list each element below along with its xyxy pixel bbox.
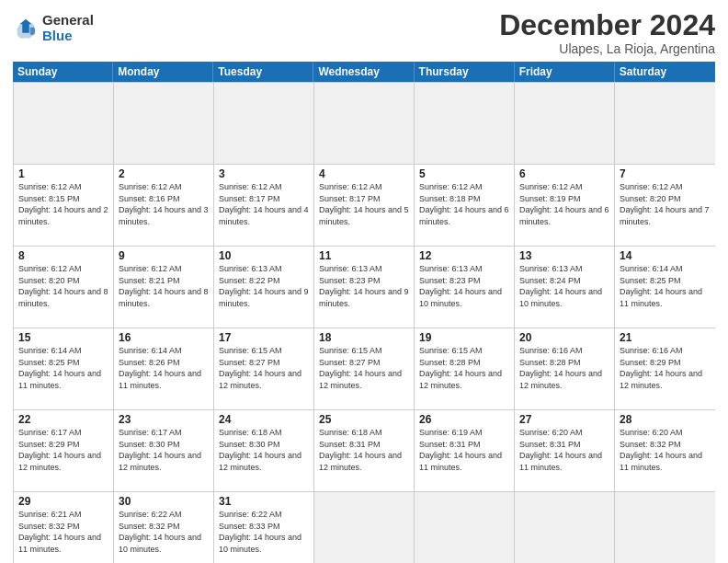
cell-info: Sunrise: 6:17 AMSunset: 8:30 PMDaylight:… [119, 427, 209, 473]
cell-info: Sunrise: 6:16 AMSunset: 8:29 PMDaylight:… [620, 345, 711, 391]
day-number: 22 [18, 413, 108, 426]
day-number: 17 [219, 331, 309, 344]
logo-text: General Blue [42, 13, 94, 43]
title-block: December 2024 Ulapes, La Rioja, Argentin… [499, 9, 715, 56]
cell-info: Sunrise: 6:22 AMSunset: 8:33 PMDaylight:… [219, 509, 309, 555]
cell-info: Sunrise: 6:13 AMSunset: 8:24 PMDaylight:… [519, 263, 609, 309]
cell-info: Sunrise: 6:14 AMSunset: 8:26 PMDaylight:… [119, 345, 209, 391]
cell-info: Sunrise: 6:12 AMSunset: 8:18 PMDaylight:… [419, 181, 509, 227]
logo-general-text: General [42, 13, 94, 29]
day-number: 28 [620, 413, 711, 426]
cell-info: Sunrise: 6:17 AMSunset: 8:29 PMDaylight:… [18, 427, 108, 473]
header-saturday: Saturday [615, 62, 715, 82]
day-number: 20 [519, 331, 609, 344]
cell-info: Sunrise: 6:15 AMSunset: 8:28 PMDaylight:… [419, 345, 509, 391]
location-subtitle: Ulapes, La Rioja, Argentina [499, 41, 715, 56]
calendar-cell [314, 83, 415, 164]
header-friday: Friday [515, 62, 615, 82]
calendar-cell: 4Sunrise: 6:12 AMSunset: 8:17 PMDaylight… [314, 165, 415, 246]
header: General Blue December 2024 Ulapes, La Ri… [13, 9, 715, 56]
calendar-cell: 31Sunrise: 6:22 AMSunset: 8:33 PMDayligh… [214, 492, 314, 563]
calendar-cell: 20Sunrise: 6:16 AMSunset: 8:28 PMDayligh… [515, 328, 615, 409]
calendar-week-2: 1Sunrise: 6:12 AMSunset: 8:15 PMDaylight… [14, 165, 715, 247]
day-number: 26 [419, 413, 509, 426]
calendar-cell [515, 83, 615, 164]
calendar-cell: 16Sunrise: 6:14 AMSunset: 8:26 PMDayligh… [114, 328, 214, 409]
calendar-cell: 23Sunrise: 6:17 AMSunset: 8:30 PMDayligh… [114, 410, 214, 491]
calendar-cell [114, 83, 214, 164]
day-number: 21 [620, 331, 711, 344]
day-number: 14 [620, 249, 711, 262]
cell-info: Sunrise: 6:20 AMSunset: 8:32 PMDaylight:… [620, 427, 711, 473]
cell-info: Sunrise: 6:20 AMSunset: 8:31 PMDaylight:… [519, 427, 609, 473]
header-wednesday: Wednesday [313, 62, 414, 82]
cell-info: Sunrise: 6:22 AMSunset: 8:32 PMDaylight:… [119, 509, 209, 555]
calendar-cell: 15Sunrise: 6:14 AMSunset: 8:25 PMDayligh… [14, 328, 114, 409]
day-number: 29 [18, 495, 108, 508]
header-tuesday: Tuesday [213, 62, 313, 82]
calendar-week-5: 22Sunrise: 6:17 AMSunset: 8:29 PMDayligh… [14, 410, 715, 492]
calendar-cell: 26Sunrise: 6:19 AMSunset: 8:31 PMDayligh… [415, 410, 515, 491]
calendar-cell: 5Sunrise: 6:12 AMSunset: 8:18 PMDaylight… [415, 165, 515, 246]
calendar-cell: 28Sunrise: 6:20 AMSunset: 8:32 PMDayligh… [615, 410, 715, 491]
calendar-cell: 21Sunrise: 6:16 AMSunset: 8:29 PMDayligh… [615, 328, 715, 409]
day-number: 24 [219, 413, 309, 426]
calendar: Sunday Monday Tuesday Wednesday Thursday… [13, 62, 715, 563]
calendar-cell [214, 83, 314, 164]
calendar-cell: 25Sunrise: 6:18 AMSunset: 8:31 PMDayligh… [314, 410, 415, 491]
calendar-cell: 9Sunrise: 6:12 AMSunset: 8:21 PMDaylight… [114, 247, 214, 327]
month-title: December 2024 [499, 9, 715, 41]
calendar-cell: 6Sunrise: 6:12 AMSunset: 8:19 PMDaylight… [515, 165, 615, 246]
calendar-header: Sunday Monday Tuesday Wednesday Thursday… [13, 62, 715, 82]
cell-info: Sunrise: 6:12 AMSunset: 8:15 PMDaylight:… [18, 181, 108, 227]
day-number: 19 [419, 331, 509, 344]
cell-info: Sunrise: 6:13 AMSunset: 8:22 PMDaylight:… [219, 263, 309, 309]
cell-info: Sunrise: 6:21 AMSunset: 8:32 PMDaylight:… [18, 509, 108, 555]
calendar-cell: 14Sunrise: 6:14 AMSunset: 8:25 PMDayligh… [615, 247, 715, 327]
calendar-cell [415, 492, 515, 563]
calendar-body: 1Sunrise: 6:12 AMSunset: 8:15 PMDaylight… [13, 82, 715, 563]
day-number: 12 [419, 249, 509, 262]
cell-info: Sunrise: 6:18 AMSunset: 8:31 PMDaylight:… [319, 427, 409, 473]
calendar-cell: 27Sunrise: 6:20 AMSunset: 8:31 PMDayligh… [515, 410, 615, 491]
calendar-cell [415, 83, 515, 164]
calendar-cell: 29Sunrise: 6:21 AMSunset: 8:32 PMDayligh… [14, 492, 114, 563]
day-number: 3 [219, 167, 309, 180]
calendar-cell: 10Sunrise: 6:13 AMSunset: 8:22 PMDayligh… [214, 247, 314, 327]
cell-info: Sunrise: 6:12 AMSunset: 8:17 PMDaylight:… [319, 181, 409, 227]
calendar-cell: 17Sunrise: 6:15 AMSunset: 8:27 PMDayligh… [214, 328, 314, 409]
calendar-cell: 22Sunrise: 6:17 AMSunset: 8:29 PMDayligh… [14, 410, 114, 491]
day-number: 30 [119, 495, 209, 508]
cell-info: Sunrise: 6:12 AMSunset: 8:21 PMDaylight:… [119, 263, 209, 309]
day-number: 18 [319, 331, 409, 344]
calendar-cell: 18Sunrise: 6:15 AMSunset: 8:27 PMDayligh… [314, 328, 415, 409]
day-number: 4 [319, 167, 409, 180]
cell-info: Sunrise: 6:15 AMSunset: 8:27 PMDaylight:… [219, 345, 309, 391]
cell-info: Sunrise: 6:12 AMSunset: 8:20 PMDaylight:… [18, 263, 108, 309]
calendar-cell: 7Sunrise: 6:12 AMSunset: 8:20 PMDaylight… [615, 165, 715, 246]
calendar-cell: 1Sunrise: 6:12 AMSunset: 8:15 PMDaylight… [14, 165, 114, 246]
calendar-cell: 24Sunrise: 6:18 AMSunset: 8:30 PMDayligh… [214, 410, 314, 491]
day-number: 25 [319, 413, 409, 426]
cell-info: Sunrise: 6:13 AMSunset: 8:23 PMDaylight:… [419, 263, 509, 309]
cell-info: Sunrise: 6:16 AMSunset: 8:28 PMDaylight:… [519, 345, 609, 391]
logo-icon [13, 16, 39, 41]
day-number: 13 [519, 249, 609, 262]
day-number: 2 [119, 167, 209, 180]
calendar-cell [615, 492, 715, 563]
calendar-week-4: 15Sunrise: 6:14 AMSunset: 8:25 PMDayligh… [14, 328, 715, 410]
cell-info: Sunrise: 6:14 AMSunset: 8:25 PMDaylight:… [18, 345, 108, 391]
calendar-cell [14, 83, 114, 164]
day-number: 27 [519, 413, 609, 426]
day-number: 5 [419, 167, 509, 180]
calendar-cell [314, 492, 415, 563]
day-number: 1 [18, 167, 108, 180]
calendar-week-6: 29Sunrise: 6:21 AMSunset: 8:32 PMDayligh… [14, 492, 715, 563]
cell-info: Sunrise: 6:19 AMSunset: 8:31 PMDaylight:… [419, 427, 509, 473]
cell-info: Sunrise: 6:12 AMSunset: 8:17 PMDaylight:… [219, 181, 309, 227]
calendar-cell: 2Sunrise: 6:12 AMSunset: 8:16 PMDaylight… [114, 165, 214, 246]
calendar-cell [615, 83, 715, 164]
calendar-cell: 13Sunrise: 6:13 AMSunset: 8:24 PMDayligh… [515, 247, 615, 327]
logo-blue-text: Blue [42, 29, 94, 44]
cell-info: Sunrise: 6:15 AMSunset: 8:27 PMDaylight:… [319, 345, 409, 391]
